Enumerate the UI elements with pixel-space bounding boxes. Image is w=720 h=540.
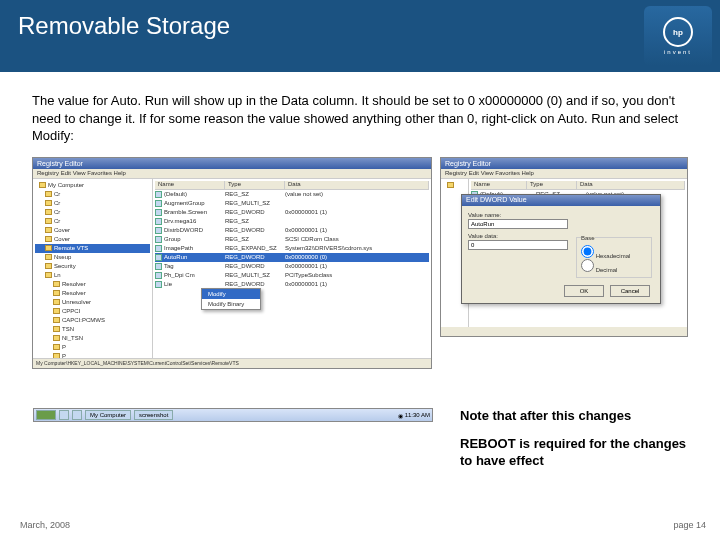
folder-icon	[45, 254, 52, 260]
window-title: Registry Editor	[441, 158, 687, 169]
hp-logo-icon: hp	[663, 17, 693, 47]
folder-icon	[447, 182, 454, 188]
footer-date: March, 2008	[20, 520, 70, 530]
tree-item[interactable]: Cr	[35, 199, 150, 208]
tree-item[interactable]: Nl_TSN	[35, 334, 150, 343]
tree-item[interactable]: Cover	[35, 226, 150, 235]
list-header: Name Type Data	[155, 181, 429, 190]
value-icon	[155, 191, 162, 198]
value-icon	[155, 236, 162, 243]
ctx-modify-binary[interactable]: Modify Binary	[202, 299, 260, 309]
col-name: Name	[471, 181, 527, 189]
slide-header: Removable Storage hp invent	[0, 0, 720, 72]
tree-item[interactable]: My Computer	[35, 181, 150, 190]
tree-item[interactable]: CAPCI:PCMWS	[35, 316, 150, 325]
col-type: Type	[225, 181, 285, 189]
value-icon	[155, 245, 162, 252]
cancel-button[interactable]: Cancel	[610, 285, 650, 297]
window-title: Registry Editor	[33, 158, 431, 169]
tray-icon[interactable]: ◉	[398, 412, 403, 419]
folder-icon	[45, 200, 52, 206]
registry-value-row[interactable]: DistrbDWORDREG_DWORD0x00000001 (1)	[155, 226, 429, 235]
registry-value-row[interactable]: LieREG_DWORD0x00000001 (1)	[155, 280, 429, 289]
tree-item[interactable]: CPPCI	[35, 307, 150, 316]
hex-radio[interactable]	[581, 245, 594, 258]
col-data: Data	[577, 181, 685, 189]
menu-bar[interactable]: Registry Edit View Favorites Help	[441, 169, 687, 179]
value-data-field[interactable]	[468, 240, 568, 250]
registry-value-row[interactable]: AugmentGroupREG_MULTI_SZ	[155, 199, 429, 208]
folder-icon	[45, 263, 52, 269]
list-header: Name Type Data	[471, 181, 685, 190]
value-icon	[155, 272, 162, 279]
taskbar-item[interactable]	[59, 410, 69, 420]
dialog-title: Edit DWORD Value	[462, 195, 660, 206]
tree-item[interactable]: P	[35, 343, 150, 352]
registry-tree[interactable]: My ComputerCrCrCrCrCoverCoverRemote VTSN…	[33, 179, 153, 359]
value-icon	[155, 227, 162, 234]
folder-icon	[53, 281, 60, 287]
value-icon	[155, 218, 162, 225]
folder-icon	[45, 245, 52, 251]
tree-item[interactable]: Ln	[35, 271, 150, 280]
registry-value-row[interactable]: Bramble.ScreenREG_DWORD0x00000001 (1)	[155, 208, 429, 217]
registry-value-row[interactable]: TagREG_DWORD0x00000001 (1)	[155, 262, 429, 271]
menu-bar[interactable]: Registry Edit View Favorites Help	[33, 169, 431, 179]
registry-value-row[interactable]: Drv.mega16REG_SZ	[155, 217, 429, 226]
tree-item[interactable]: Cr	[35, 208, 150, 217]
taskbar-item[interactable]: screenshot	[134, 410, 173, 420]
tree-item[interactable]: Remote VTS	[35, 244, 150, 253]
tree-item[interactable]: Nseup	[35, 253, 150, 262]
note-block: Note that after this changes REBOOT is r…	[460, 407, 690, 480]
note-line-2: REBOOT is required for the changes to ha…	[460, 435, 690, 470]
registry-value-row[interactable]: Ph_Dpi CmREG_MULTI_SZPCITypeSubclass	[155, 271, 429, 280]
ok-button[interactable]: OK	[564, 285, 604, 297]
folder-icon	[53, 344, 60, 350]
registry-value-row[interactable]: (Default)REG_SZ(value not set)	[155, 190, 429, 199]
registry-list[interactable]: Name Type Data (Default)REG_SZ(value not…	[153, 179, 431, 359]
folder-icon	[45, 272, 52, 278]
page-number: page 14	[673, 520, 706, 530]
value-name-field	[468, 219, 568, 229]
base-label: Base	[581, 235, 595, 241]
folder-icon	[45, 209, 52, 215]
value-name-label: Value name:	[468, 212, 568, 218]
system-tray[interactable]: ◉ 11:30 AM	[398, 412, 430, 419]
folder-icon	[45, 191, 52, 197]
dec-radio[interactable]	[581, 259, 594, 272]
base-radio-group: Base Hexadecimal Decimal	[576, 235, 652, 278]
registry-value-row[interactable]: AutoRunREG_DWORD0x00000000 (0)	[155, 253, 429, 262]
tree-item[interactable]: Resolver	[35, 289, 150, 298]
tree-item[interactable]: Cr	[35, 190, 150, 199]
ctx-modify[interactable]: Modify	[202, 289, 260, 299]
value-data-label: Value data:	[468, 233, 568, 239]
registry-body: My ComputerCrCrCrCrCoverCoverRemote VTSN…	[33, 179, 431, 359]
start-button[interactable]	[36, 410, 56, 420]
instruction-paragraph: The value for Auto. Run will show up in …	[32, 92, 688, 145]
hp-logo: hp invent	[644, 6, 712, 66]
col-data: Data	[285, 181, 429, 189]
folder-icon	[53, 299, 60, 305]
registry-editor-left: Registry Editor Registry Edit View Favor…	[32, 157, 432, 369]
col-name: Name	[155, 181, 225, 189]
screenshots-row: Registry Editor Registry Edit View Favor…	[32, 157, 688, 369]
tree-item[interactable]: Cr	[35, 217, 150, 226]
tree-item[interactable]: TSN	[35, 325, 150, 334]
registry-value-row[interactable]: GroupREG_SZSCSI CDRom Class	[155, 235, 429, 244]
registry-editor-right: Registry Editor Registry Edit View Favor…	[440, 157, 688, 337]
value-icon	[155, 254, 162, 261]
taskbar-item[interactable]: My Computer	[85, 410, 131, 420]
registry-value-row[interactable]: ImagePathREG_EXPAND_SZSystem32\\DRIVERS\…	[155, 244, 429, 253]
slide-title: Removable Storage	[18, 12, 230, 40]
value-icon	[155, 200, 162, 207]
tree-item[interactable]: Security	[35, 262, 150, 271]
note-line-1: Note that after this changes	[460, 407, 690, 425]
taskbar[interactable]: My Computer screenshot ◉ 11:30 AM	[33, 408, 433, 422]
tree-item[interactable]: Cover	[35, 235, 150, 244]
tree-item[interactable]	[443, 181, 466, 190]
tree-item[interactable]: Resolver	[35, 280, 150, 289]
folder-icon	[53, 326, 60, 332]
taskbar-item[interactable]	[72, 410, 82, 420]
context-menu[interactable]: Modify Modify Binary	[201, 288, 261, 310]
tree-item[interactable]: Unresolver	[35, 298, 150, 307]
